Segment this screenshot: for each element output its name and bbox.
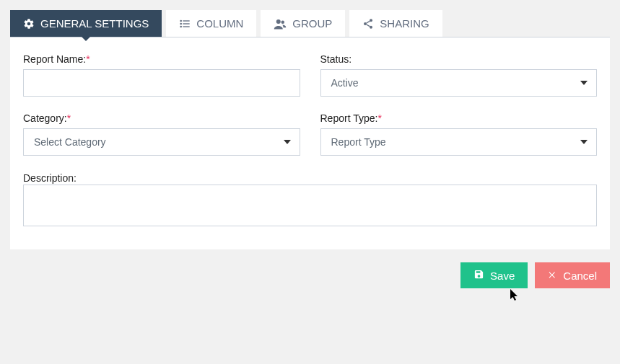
report-type-value: Report Type (331, 136, 386, 148)
tab-label: SHARING (380, 17, 429, 30)
report-type-select[interactable]: Report Type (320, 128, 598, 156)
status-value: Active (331, 77, 359, 89)
required-marker: * (377, 112, 381, 124)
description-textarea[interactable] (23, 185, 597, 226)
tab-column[interactable]: COLUMN (166, 10, 256, 37)
category-value: Select Category (34, 136, 106, 148)
caret-down-icon (580, 140, 588, 144)
report-name-label: Report Name:* (23, 53, 300, 65)
tabs: GENERAL SETTINGS COLUMN GROUP SHARING (10, 10, 610, 37)
save-button[interactable]: Save (460, 262, 528, 288)
required-marker: * (86, 53, 89, 65)
svg-point-6 (276, 19, 281, 24)
users-icon (274, 18, 287, 30)
svg-point-9 (364, 22, 367, 25)
svg-point-1 (180, 22, 183, 25)
caret-down-icon (284, 140, 291, 144)
svg-point-0 (180, 19, 183, 22)
svg-rect-3 (183, 20, 190, 21)
close-icon (548, 270, 557, 282)
actions-bar: Save Cancel (10, 262, 610, 288)
share-icon (362, 18, 374, 30)
tab-label: COLUMN (196, 17, 243, 30)
svg-point-10 (370, 25, 372, 28)
tab-group[interactable]: GROUP (261, 10, 345, 37)
save-icon (473, 269, 484, 282)
tab-sharing[interactable]: SHARING (349, 10, 442, 37)
svg-point-8 (370, 19, 372, 22)
caret-down-icon (580, 81, 588, 85)
status-select[interactable]: Active (320, 69, 598, 97)
report-type-label: Report Type:* (320, 112, 598, 124)
required-marker: * (67, 112, 71, 124)
svg-rect-5 (183, 26, 190, 27)
list-icon (179, 18, 191, 30)
gear-icon (23, 18, 35, 30)
description-label: Description: (23, 172, 77, 184)
svg-point-2 (180, 25, 183, 27)
svg-rect-4 (183, 23, 190, 24)
save-label: Save (490, 270, 515, 282)
category-select[interactable]: Select Category (23, 128, 300, 156)
tab-general-settings[interactable]: GENERAL SETTINGS (10, 10, 162, 37)
tab-label: GENERAL SETTINGS (40, 17, 149, 30)
cancel-button[interactable]: Cancel (535, 262, 610, 288)
tab-label: GROUP (292, 17, 332, 30)
cancel-label: Cancel (563, 270, 597, 282)
form-card: Report Name:* Status: Active Category:* … (10, 37, 610, 249)
report-name-input[interactable] (23, 69, 300, 97)
status-label: Status: (320, 53, 598, 65)
category-label: Category:* (23, 112, 300, 124)
svg-point-7 (281, 20, 285, 24)
